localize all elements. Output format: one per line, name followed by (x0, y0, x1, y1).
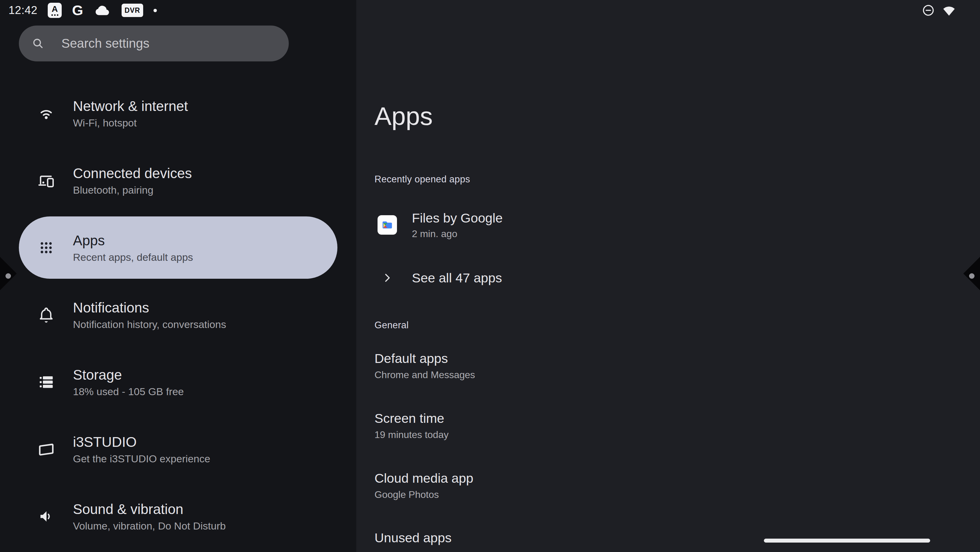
right-edge-handle-dot-icon (969, 273, 975, 279)
sidebar-item-notifications[interactable]: Notifications Notification history, conv… (0, 281, 356, 348)
settings-item-title: Unused apps (374, 530, 452, 546)
settings-sidebar: Network & internet Wi-Fi, hotspot Connec… (0, 0, 356, 552)
sidebar-item-connected-devices[interactable]: Connected devices Bluetooth, pairing (0, 147, 356, 214)
gesture-navigation-handle[interactable] (764, 539, 930, 542)
sidebar-item-label: Storage (73, 366, 184, 383)
settings-item-title: Default apps (374, 350, 475, 367)
settings-item-subtitle: Google Photos (374, 488, 473, 501)
status-bar: 12:42 A G DVR (0, 0, 980, 20)
settings-item-subtitle: Chrome and Messages (374, 368, 475, 381)
notification-dot-icon (153, 9, 157, 12)
settings-item-title: Screen time (374, 410, 449, 426)
storage-icon (37, 372, 56, 392)
sidebar-item-sublabel: Recent apps, default apps (73, 250, 193, 264)
sidebar-item-sublabel: 18% used - 105 GB free (73, 385, 184, 398)
speaker-icon (37, 507, 56, 526)
wifi-status-icon (942, 3, 956, 17)
chevron-right-icon (377, 268, 397, 288)
apps-grid-icon (37, 238, 56, 258)
sidebar-item-storage[interactable]: Storage 18% used - 105 GB free (0, 348, 356, 415)
left-edge-handle-dot-icon (5, 273, 11, 279)
devices-icon (37, 171, 56, 190)
sidebar-item-label: i3STUDIO (73, 433, 210, 451)
sidebar-item-label: Apps (73, 232, 193, 249)
sidebar-item-label: Sound & vibration (73, 500, 226, 518)
see-all-apps-label: See all 47 apps (412, 270, 502, 285)
section-header-recently-opened: Recently opened apps (374, 174, 470, 185)
search-settings-bar[interactable] (19, 25, 289, 61)
settings-item-screen-time[interactable]: Screen time 19 minutes today (374, 410, 449, 441)
sidebar-item-network-internet[interactable]: Network & internet Wi-Fi, hotspot (0, 80, 356, 147)
settings-item-subtitle: 19 minutes today (374, 428, 449, 441)
sidebar-item-sublabel: Get the i3STUDIO experience (73, 452, 210, 465)
recent-app-name: Files by Google (412, 210, 503, 226)
settings-item-cloud-media-app[interactable]: Cloud media app Google Photos (374, 470, 473, 501)
settings-item-title: Cloud media app (374, 470, 473, 486)
files-by-google-icon (377, 215, 397, 235)
sidebar-item-sublabel: Notification history, conversations (73, 318, 226, 331)
sidebar-menu: Network & internet Wi-Fi, hotspot Connec… (0, 80, 356, 550)
apps-settings-pane: Apps Recently opened apps Files by Googl… (356, 0, 980, 552)
sidebar-item-sublabel: Bluetooth, pairing (73, 183, 192, 197)
sidebar-item-sound-vibration[interactable]: Sound & vibration Volume, vibration, Do … (0, 483, 356, 550)
search-input[interactable] (61, 36, 277, 51)
do-not-disturb-icon (922, 4, 935, 17)
sidebar-item-apps[interactable]: Apps Recent apps, default apps (0, 214, 356, 281)
search-icon (31, 37, 45, 51)
sidebar-item-sublabel: Wi-Fi, hotspot (73, 116, 188, 129)
a-app-notification-icon: A (48, 3, 62, 18)
see-all-apps-row[interactable]: See all 47 apps (374, 268, 502, 288)
sidebar-item-sublabel: Volume, vibration, Do Not Disturb (73, 519, 226, 533)
page-title: Apps (374, 100, 433, 132)
section-header-general: General (374, 320, 409, 331)
settings-item-unused-apps[interactable]: Unused apps (374, 530, 452, 546)
wifi-icon (37, 103, 56, 123)
status-clock: 12:42 (8, 4, 37, 17)
recent-app-last-used: 2 min. ago (412, 227, 503, 240)
google-app-notification-icon: G (72, 3, 83, 17)
sidebar-item-label: Connected devices (73, 164, 192, 182)
android-settings-screen: 12:42 A G DVR (0, 0, 980, 552)
settings-item-default-apps[interactable]: Default apps Chrome and Messages (374, 350, 475, 381)
cloud-notification-icon (94, 2, 111, 19)
sidebar-item-label: Network & internet (73, 97, 188, 115)
recent-app-row-files-by-google[interactable]: Files by Google 2 min. ago (374, 210, 503, 240)
bell-icon (37, 305, 56, 325)
dvr-notification-icon: DVR (122, 4, 143, 17)
display-icon (37, 439, 56, 459)
sidebar-item-label: Notifications (73, 299, 226, 317)
sidebar-item-i3studio[interactable]: i3STUDIO Get the i3STUDIO experience (0, 415, 356, 483)
